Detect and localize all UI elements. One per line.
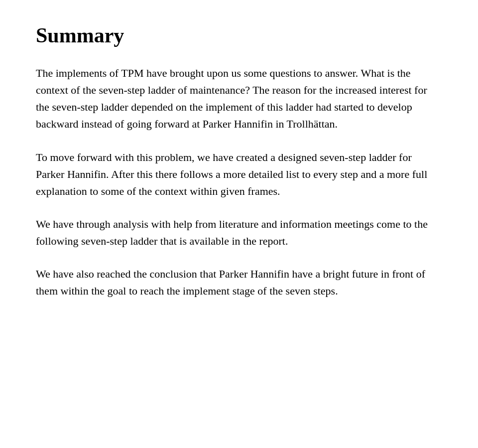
page-title: Summary <box>36 24 442 47</box>
paragraph-2: To move forward with this problem, we ha… <box>36 149 442 200</box>
paragraph-1: The implements of TPM have brought upon … <box>36 65 442 133</box>
paragraph-4: We have also reached the conclusion that… <box>36 266 442 299</box>
paragraph-3: We have through analysis with help from … <box>36 216 442 250</box>
